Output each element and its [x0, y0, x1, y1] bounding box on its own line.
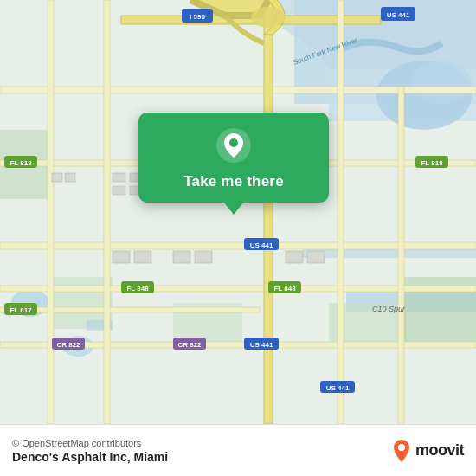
svg-rect-64	[65, 173, 75, 182]
svg-point-27	[251, 7, 286, 28]
svg-text:US 441: US 441	[326, 384, 350, 392]
svg-point-73	[398, 444, 405, 451]
svg-rect-24	[264, 0, 273, 424]
svg-rect-23	[104, 0, 110, 424]
svg-rect-26	[398, 87, 404, 424]
svg-text:FL 818: FL 818	[10, 159, 32, 167]
svg-text:US 441: US 441	[387, 11, 410, 19]
svg-rect-70	[307, 251, 325, 263]
svg-text:FL 848: FL 848	[273, 285, 296, 293]
moovit-logo: moovit	[391, 439, 464, 463]
svg-rect-69	[286, 251, 303, 263]
svg-text:CR 822: CR 822	[56, 341, 80, 349]
svg-rect-65	[113, 251, 130, 263]
attribution-text: © OpenStreetMap contributors	[12, 438, 168, 448]
popup-label-text: Take me there	[183, 173, 284, 190]
location-pin-icon	[215, 126, 253, 164]
map-area: I 595 US 441 FL 817 FL 818 FL 818 FL 848…	[0, 0, 476, 424]
svg-rect-22	[48, 0, 54, 424]
svg-text:I 595: I 595	[190, 13, 205, 21]
svg-text:US 441: US 441	[250, 341, 273, 349]
svg-point-4	[411, 61, 472, 104]
svg-text:FL 818: FL 818	[421, 159, 443, 167]
svg-rect-16	[0, 87, 476, 93]
business-name-text: Denco's Asphalt Inc, Miami	[12, 450, 168, 464]
svg-point-72	[229, 138, 238, 147]
location-info: © OpenStreetMap contributors Denco's Asp…	[12, 438, 168, 464]
moovit-pin-icon	[391, 439, 412, 463]
svg-rect-66	[134, 251, 151, 263]
take-me-there-popup[interactable]: Take me there	[138, 113, 329, 203]
moovit-brand-text: moovit	[415, 441, 464, 460]
svg-rect-68	[195, 251, 212, 263]
svg-text:FL 817: FL 817	[10, 306, 32, 314]
svg-text:C10 Spur: C10 Spur	[372, 305, 406, 313]
svg-rect-63	[52, 173, 62, 182]
svg-rect-19	[0, 286, 476, 292]
svg-rect-57	[113, 186, 125, 195]
svg-rect-20	[0, 307, 260, 312]
svg-text:FL 848: FL 848	[126, 285, 149, 293]
svg-rect-67	[173, 251, 190, 263]
svg-rect-25	[338, 0, 344, 424]
svg-text:CR 822: CR 822	[177, 341, 202, 349]
bottom-bar: © OpenStreetMap contributors Denco's Asp…	[0, 424, 476, 476]
svg-text:US 441: US 441	[250, 241, 273, 249]
svg-rect-54	[113, 173, 125, 182]
svg-rect-18	[0, 242, 476, 249]
